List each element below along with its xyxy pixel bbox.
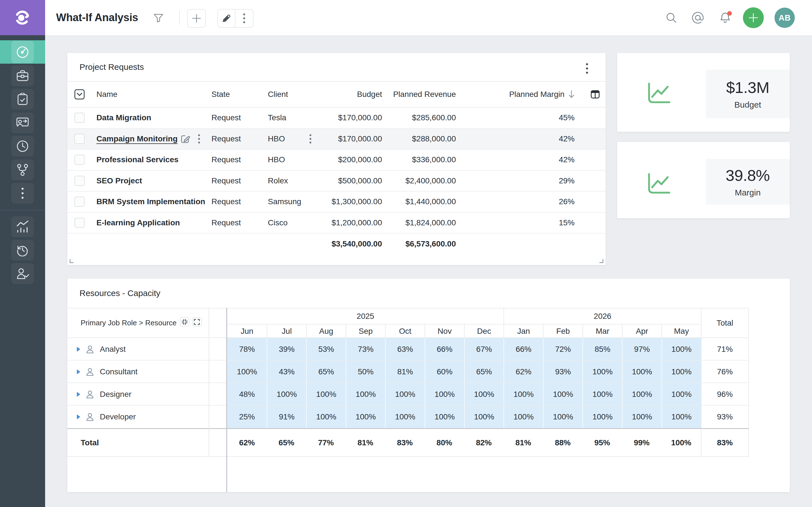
- column-header-planned-margin[interactable]: Planned Margin: [481, 82, 574, 107]
- role-name[interactable]: Designer: [100, 383, 132, 406]
- collapse-all-button[interactable]: [180, 317, 190, 327]
- row-checkbox[interactable]: [74, 196, 85, 207]
- row-checkbox[interactable]: [74, 218, 85, 228]
- project-name[interactable]: Data Migration: [96, 108, 151, 128]
- add-widget-button[interactable]: [187, 9, 206, 27]
- project-row[interactable]: E-learning ApplicationRequestCisco$1,200…: [67, 213, 606, 234]
- role-name[interactable]: Developer: [100, 406, 136, 428]
- project-row[interactable]: SEO ProjectRequestRolex$500,000.00$2,400…: [67, 171, 606, 192]
- role-name[interactable]: Consultant: [100, 360, 138, 383]
- capacity-cell: 53%: [306, 338, 346, 360]
- search-button[interactable]: [664, 0, 678, 35]
- capacity-cell: 91%: [267, 406, 306, 428]
- expand-row-icon[interactable]: [77, 347, 80, 352]
- avatar[interactable]: AB: [774, 8, 795, 28]
- row-checkbox[interactable]: [74, 134, 85, 144]
- total-cell: 99%: [622, 429, 661, 456]
- month-header: Nov: [424, 325, 464, 338]
- edit-dashboard-button[interactable]: [218, 10, 236, 27]
- project-row[interactable]: Campaign MonitoringRequestHBO$170,000.00…: [67, 129, 606, 150]
- create-button[interactable]: [743, 7, 764, 28]
- project-planned-margin: 15%: [481, 213, 574, 233]
- capacity-cell: 100%: [464, 406, 504, 428]
- plus-icon: [192, 13, 201, 23]
- pane-splitter[interactable]: [226, 308, 227, 492]
- sidebar-item-gauge-active[interactable]: [0, 40, 45, 64]
- capacity-cell: 100%: [582, 383, 622, 406]
- select-all-checkbox[interactable]: [74, 89, 85, 100]
- capacity-cell: 100%: [346, 406, 385, 428]
- capacity-cell: 85%: [582, 338, 622, 360]
- dashboard-more-button[interactable]: [236, 10, 253, 27]
- widget-menu-button[interactable]: [579, 61, 595, 76]
- column-header-planned-revenue[interactable]: Planned Revenue: [363, 82, 456, 107]
- project-name[interactable]: E-learning Application: [96, 213, 180, 233]
- project-name[interactable]: BRM System Implementation: [96, 191, 205, 212]
- capacity-cell: 78%: [227, 338, 267, 360]
- project-name[interactable]: Campaign Monitoring: [96, 129, 177, 149]
- sidebar-item-chart-stats[interactable]: [11, 216, 34, 237]
- sidebar-item-clipboard-check[interactable]: [11, 89, 34, 110]
- capacity-cell: 39%: [267, 338, 306, 360]
- project-row[interactable]: Professional ServicesRequestHBO$200,000.…: [67, 150, 606, 171]
- edit-project-icon[interactable]: [181, 134, 190, 144]
- project-row[interactable]: Data MigrationRequestTesla$170,000.00$28…: [67, 108, 606, 129]
- capacity-row: Developer25%91%100%100%100%100%100%100%1…: [67, 406, 790, 428]
- resize-handle-bottom-right[interactable]: [599, 259, 603, 263]
- person-icon: [85, 367, 95, 377]
- capacity-row: Designer48%100%100%100%100%100%100%100%1…: [67, 383, 790, 406]
- column-header-name[interactable]: Name: [96, 82, 117, 107]
- create-plus-icon: [749, 13, 758, 22]
- row-checkbox[interactable]: [74, 176, 85, 186]
- capacity-row: Consultant100%43%65%50%81%60%65%62%93%10…: [67, 360, 790, 383]
- capacity-cell: 100%: [306, 383, 346, 406]
- notifications-button[interactable]: [718, 0, 732, 35]
- column-settings-button[interactable]: [591, 90, 600, 99]
- expand-button[interactable]: [192, 317, 202, 327]
- project-name[interactable]: SEO Project: [96, 171, 142, 191]
- project-planned-margin: 29%: [481, 171, 574, 191]
- sidebar-item-person-presentation[interactable]: [11, 112, 34, 133]
- project-planned-revenue: $288,000.00: [363, 129, 456, 149]
- sidebar-item-clock[interactable]: [11, 136, 34, 157]
- line-chart-icon: [647, 173, 671, 194]
- expand-row-icon[interactable]: [77, 392, 80, 397]
- sidebar-item-history[interactable]: [11, 240, 34, 261]
- table-body: Data MigrationRequestTesla$170,000.00$28…: [67, 108, 606, 233]
- capacity-grid: Primary Job Role > Resource 2025 2026 To…: [67, 279, 790, 492]
- filter-button[interactable]: [151, 0, 165, 35]
- month-header: Jan: [504, 325, 543, 338]
- expand-row-icon[interactable]: [77, 414, 80, 419]
- project-planned-revenue: $1,824,000.00: [363, 213, 456, 233]
- sidebar-item-branch[interactable]: [11, 159, 34, 180]
- resize-handle-bottom-left[interactable]: [70, 259, 73, 263]
- column-header-state[interactable]: State: [211, 82, 230, 107]
- capacity-cell: 81%: [385, 360, 424, 383]
- total-cell: 82%: [464, 429, 504, 456]
- column-header-client[interactable]: Client: [268, 82, 288, 107]
- sidebar-item-more-ellipsis[interactable]: [11, 183, 34, 204]
- project-menu-icon[interactable]: [194, 134, 204, 144]
- capacity-cell: 100%: [661, 383, 701, 406]
- app-logo[interactable]: [0, 0, 45, 35]
- row-checkbox[interactable]: [74, 113, 85, 123]
- mentions-button[interactable]: [691, 0, 705, 35]
- expand-row-icon[interactable]: [77, 369, 80, 374]
- row-checkbox[interactable]: [74, 155, 85, 165]
- month-header: Feb: [543, 325, 582, 338]
- capacity-cell: 65%: [464, 360, 504, 383]
- capacity-cell: 100%: [385, 406, 424, 428]
- resources-capacity-widget: Resources - Capacity Primary Job Role > …: [67, 279, 790, 492]
- month-header: Oct: [385, 325, 424, 338]
- capacity-cell: 100%: [622, 406, 661, 428]
- capacity-cell: 100%: [464, 383, 504, 406]
- project-name[interactable]: Professional Services: [96, 150, 179, 170]
- row-total: 96%: [701, 383, 749, 406]
- role-name[interactable]: Analyst: [100, 338, 126, 360]
- capacity-cell: 100%: [424, 406, 464, 428]
- page-title: What-If Analysis: [56, 0, 138, 35]
- sidebar-item-briefcase[interactable]: [11, 65, 34, 86]
- capacity-cell: 100%: [227, 360, 267, 383]
- sidebar-item-person-check[interactable]: [11, 263, 34, 284]
- project-row[interactable]: BRM System ImplementationRequestSamsung$…: [67, 191, 606, 213]
